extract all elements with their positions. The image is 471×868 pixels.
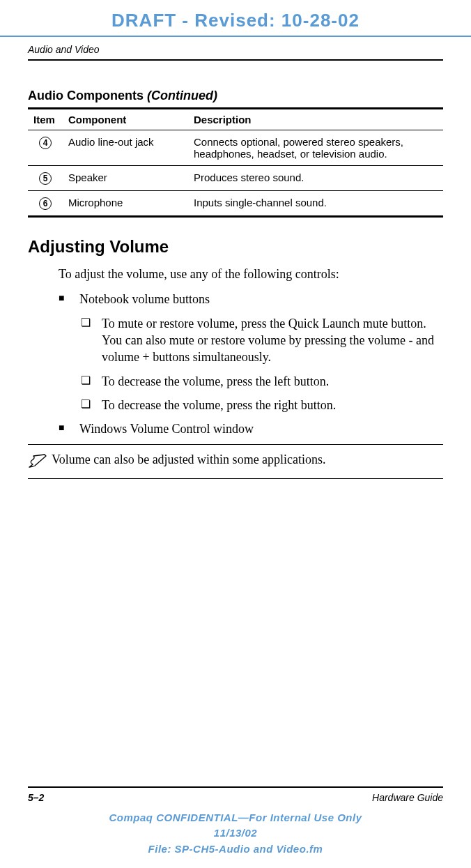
note-block: Volume can also be adjusted within some …	[28, 444, 443, 479]
cell-item: 6	[28, 191, 63, 217]
confidential-block: Compaq CONFIDENTIAL—For Internal Use Onl…	[28, 810, 443, 858]
sub-list: To mute or restore volume, press the Qui…	[81, 315, 443, 413]
chapter-title: Audio and Video	[28, 44, 443, 55]
cell-component: Microphone	[63, 191, 188, 217]
page-number: 5–2	[28, 792, 44, 803]
item-number-icon: 6	[39, 197, 52, 210]
cell-component: Audio line-out jack	[63, 130, 188, 166]
footer-rule	[28, 786, 443, 788]
cell-item: 5	[28, 166, 63, 191]
cell-component: Speaker	[63, 166, 188, 191]
th-component: Component	[63, 109, 188, 130]
components-table: Item Component Description 4 Audio line-…	[28, 107, 443, 218]
table-title-continued: (Continued)	[147, 89, 217, 102]
cell-description: Connects optional, powered stereo speake…	[188, 130, 443, 166]
confidential-file: File: SP-CH5-Audio and Video.fm	[28, 842, 443, 858]
sub-list-item: To decrease the volume, press the right …	[81, 397, 443, 413]
intro-text: To adjust the volume, use any of the fol…	[59, 266, 443, 282]
section-heading: Adjusting Volume	[28, 237, 443, 257]
item-number-icon: 4	[39, 137, 52, 149]
page-header: Audio and Video	[0, 37, 471, 61]
page-content: Audio Components (Continued) Item Compon…	[0, 61, 471, 437]
table-row: 5 Speaker Produces stereo sound.	[28, 166, 443, 191]
list-item: Windows Volume Control window	[59, 420, 443, 437]
confidential-date: 11/13/02	[28, 825, 443, 842]
list-item-text: Notebook volume buttons	[79, 292, 210, 306]
sub-list-item: To decrease the volume, press the left b…	[81, 373, 443, 390]
cell-item: 4	[28, 130, 63, 166]
bullet-list: Notebook volume buttons To mute or resto…	[59, 291, 443, 437]
guide-name: Hardware Guide	[372, 792, 443, 803]
list-item: Notebook volume buttons To mute or resto…	[59, 291, 443, 413]
cell-description: Produces stereo sound.	[188, 166, 443, 191]
cell-description: Inputs single-channel sound.	[188, 191, 443, 217]
pencil-icon	[28, 452, 52, 471]
confidential-line: Compaq CONFIDENTIAL—For Internal Use Onl…	[28, 810, 443, 826]
table-title: Audio Components (Continued)	[28, 89, 443, 103]
table-row: 6 Microphone Inputs single-channel sound…	[28, 191, 443, 217]
th-description: Description	[188, 109, 443, 130]
note-text: Volume can also be adjusted within some …	[52, 452, 326, 468]
item-number-icon: 5	[39, 172, 52, 185]
table-title-text: Audio Components	[28, 89, 144, 102]
th-item: Item	[28, 109, 63, 130]
table-header-row: Item Component Description	[28, 109, 443, 130]
list-item-text: Windows Volume Control window	[79, 422, 254, 436]
footer-row: 5–2 Hardware Guide	[28, 792, 443, 803]
draft-banner: DRAFT - Revised: 10-28-02	[0, 0, 471, 36]
page-footer: 5–2 Hardware Guide Compaq CONFIDENTIAL—F…	[0, 786, 471, 869]
sub-list-item: To mute or restore volume, press the Qui…	[81, 315, 443, 366]
table-row: 4 Audio line-out jack Connects optional,…	[28, 130, 443, 166]
